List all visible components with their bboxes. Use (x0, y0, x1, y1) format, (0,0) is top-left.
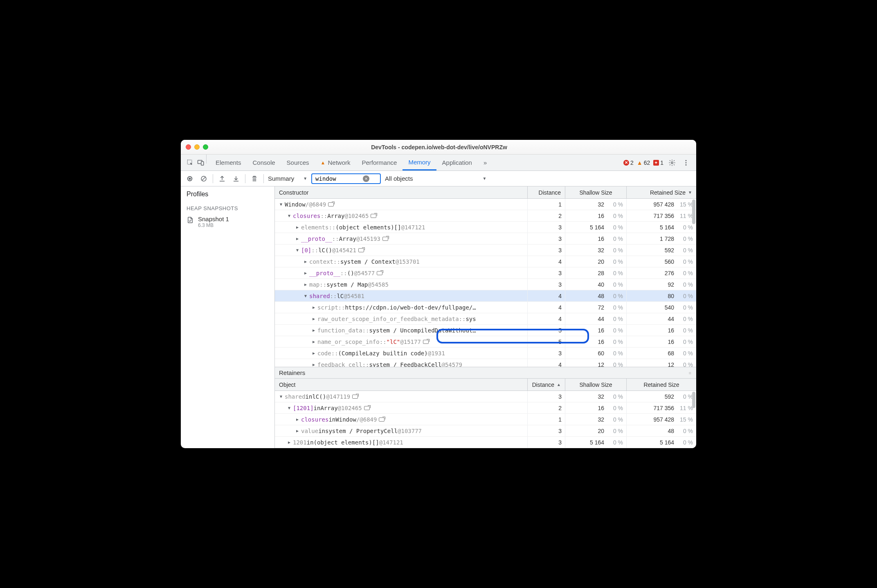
table-row[interactable]: ▶feedback_cell :: system / FeedbackCell … (275, 359, 696, 367)
collapse-icon[interactable]: ▼ (295, 248, 299, 252)
sidebar-title: Profiles (181, 186, 274, 202)
tab-network[interactable]: ▲Network (315, 155, 356, 171)
table-row[interactable]: ▶__proto__ :: Array @1451933160 %1 7280 … (275, 233, 696, 245)
table-row[interactable]: ▶__proto__ :: () @545773280 %2760 % (275, 267, 696, 279)
clear-icon[interactable] (199, 174, 209, 184)
open-link-icon[interactable] (377, 271, 382, 275)
table-row[interactable]: ▶script :: https://cdpn.io/web-dot-dev/f… (275, 302, 696, 313)
open-link-icon[interactable] (423, 340, 429, 344)
tab-sources[interactable]: Sources (281, 155, 315, 171)
open-link-icon[interactable] (358, 248, 364, 252)
expand-icon[interactable]: ▶ (304, 271, 308, 275)
class-filter-input[interactable]: ✕ (311, 173, 381, 184)
table-row[interactable]: ▶elements :: (object elements)[] @147121… (275, 222, 696, 233)
more-tabs-button[interactable]: » (478, 155, 492, 171)
issues-badge[interactable]: ✦1 (653, 159, 663, 166)
snapshot-item[interactable]: Snapshot 1 6.3 MB (181, 213, 274, 231)
expand-icon[interactable]: ▶ (287, 440, 291, 444)
kebab-menu-icon[interactable] (681, 159, 691, 166)
table-row[interactable]: ▶name_or_scope_info :: "lC" @151775160 %… (275, 336, 696, 348)
expand-icon[interactable]: ▶ (312, 328, 316, 332)
open-link-icon[interactable] (382, 237, 388, 241)
tab-elements[interactable]: Elements (210, 155, 247, 171)
resize-handle-icon[interactable]: ≡ (689, 370, 692, 375)
collapse-icon[interactable]: ▼ (304, 294, 308, 298)
rcol-retained[interactable]: Retained Size (627, 379, 696, 391)
table-row[interactable]: ▶map :: system / Map @545853400 %920 % (275, 279, 696, 290)
open-link-icon[interactable] (371, 214, 376, 218)
table-row[interactable]: ▼[1201] in Array @1024652160 %717 35611 … (275, 402, 696, 414)
window-controls (186, 144, 208, 150)
open-link-icon[interactable] (328, 202, 334, 206)
tab-application[interactable]: Application (436, 155, 478, 171)
open-link-icon[interactable] (352, 395, 358, 399)
table-row[interactable]: ▼shared in lC() @1471193320 %5920 % (275, 391, 696, 402)
collapse-icon[interactable]: ▼ (287, 406, 291, 410)
svg-point-3 (671, 162, 673, 164)
table-row[interactable]: ▶1201 in (object elements)[] @14712135 1… (275, 437, 696, 448)
table-row[interactable]: ▶raw_outer_scope_info_or_feedback_metada… (275, 313, 696, 325)
main-toolbar: ElementsConsoleSources▲NetworkPerformanc… (181, 155, 696, 171)
collapse-icon[interactable]: ▼ (279, 202, 283, 206)
collapse-icon[interactable]: ▼ (279, 394, 283, 399)
inspect-icon[interactable] (185, 155, 196, 171)
download-icon[interactable] (231, 174, 241, 184)
tab-performance[interactable]: Performance (356, 155, 403, 171)
expand-icon[interactable]: ▶ (312, 305, 316, 310)
clear-filter-icon[interactable]: ✕ (363, 175, 369, 182)
expand-icon[interactable]: ▶ (312, 339, 316, 344)
errors-badge[interactable]: ✕2 (623, 159, 634, 166)
snapshot-size: 6.3 MB (198, 222, 229, 228)
table-row[interactable]: ▶context :: system / Context @1537014200… (275, 256, 696, 267)
rcol-object[interactable]: Object (275, 379, 528, 391)
expand-icon[interactable]: ▶ (312, 351, 316, 355)
col-distance[interactable]: Distance (528, 186, 565, 198)
svg-point-5 (686, 162, 687, 163)
expand-icon[interactable]: ▶ (295, 417, 299, 422)
expand-icon[interactable]: ▶ (304, 259, 308, 264)
scrollbar-thumb[interactable] (692, 392, 695, 408)
gc-icon[interactable] (250, 174, 259, 184)
filter-text[interactable] (315, 175, 360, 182)
table-row[interactable]: ▼[0] :: lC() @1454213320 %5920 % (275, 245, 696, 256)
close-window-button[interactable] (186, 144, 191, 150)
expand-icon[interactable]: ▶ (295, 429, 299, 433)
scrollbar-thumb[interactable] (692, 200, 695, 224)
open-link-icon[interactable] (379, 417, 385, 422)
zoom-window-button[interactable] (203, 144, 208, 150)
expand-icon[interactable]: ▶ (304, 282, 308, 287)
warnings-badge[interactable]: ▲62 (637, 159, 650, 166)
memory-toolbar: Summary▼ ✕ All objects▼ (181, 171, 696, 186)
rcol-distance[interactable]: Distance▲ (528, 379, 565, 391)
scope-dropdown[interactable]: All objects▼ (385, 175, 486, 182)
table-row[interactable]: ▶code :: (CompileLazy builtin code) @193… (275, 348, 696, 359)
expand-icon[interactable]: ▶ (295, 225, 299, 229)
expand-icon[interactable]: ▶ (312, 316, 316, 321)
tab-memory[interactable]: Memory (403, 155, 436, 171)
settings-icon[interactable] (667, 159, 677, 166)
collapse-icon[interactable]: ▼ (287, 213, 291, 218)
sidebar-category: HEAP SNAPSHOTS (181, 202, 274, 213)
upload-icon[interactable] (217, 174, 227, 184)
rcol-shallow[interactable]: Shallow Size (565, 379, 627, 391)
device-toggle-icon[interactable] (196, 155, 206, 171)
col-retained[interactable]: Retained Size▼ (627, 186, 696, 198)
table-row[interactable]: ▼shared :: lC @545814480 %800 % (275, 290, 696, 302)
status-area: ✕2 ▲62 ✦1 (623, 155, 694, 171)
expand-icon[interactable]: ▶ (295, 236, 299, 241)
retainers-rows: ▼shared in lC() @1471193320 %5920 %▼[120… (275, 391, 696, 448)
col-shallow[interactable]: Shallow Size (565, 186, 627, 198)
open-link-icon[interactable] (364, 406, 370, 410)
table-row[interactable]: ▶function_data :: system / UncompiledDat… (275, 325, 696, 336)
table-row[interactable]: ▶value in system / PropertyCell @1037773… (275, 425, 696, 437)
col-constructor[interactable]: Constructor (275, 186, 528, 198)
retainers-header: Retainers ≡ (275, 367, 696, 379)
minimize-window-button[interactable] (194, 144, 200, 150)
expand-icon[interactable]: ▶ (312, 362, 316, 367)
record-icon[interactable] (185, 174, 195, 184)
view-dropdown[interactable]: Summary▼ (268, 175, 307, 182)
tab-console[interactable]: Console (247, 155, 281, 171)
table-row[interactable]: ▶closures in Window / @68491320 %957 428… (275, 414, 696, 425)
table-row[interactable]: ▼Window / @68491320 %957 42815 % (275, 199, 696, 210)
table-row[interactable]: ▼closures :: Array @1024652160 %717 3561… (275, 210, 696, 222)
